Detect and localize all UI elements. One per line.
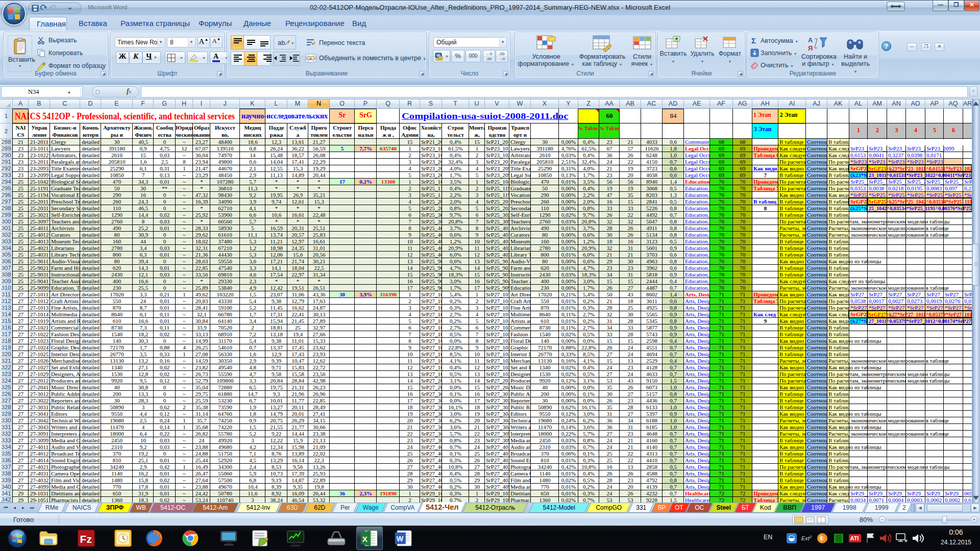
svg-text:W: W: [397, 535, 404, 543]
svg-text:X: X: [362, 535, 368, 543]
svg-text:Fz: Fz: [80, 533, 92, 545]
svg-text:ATI: ATI: [850, 535, 859, 541]
